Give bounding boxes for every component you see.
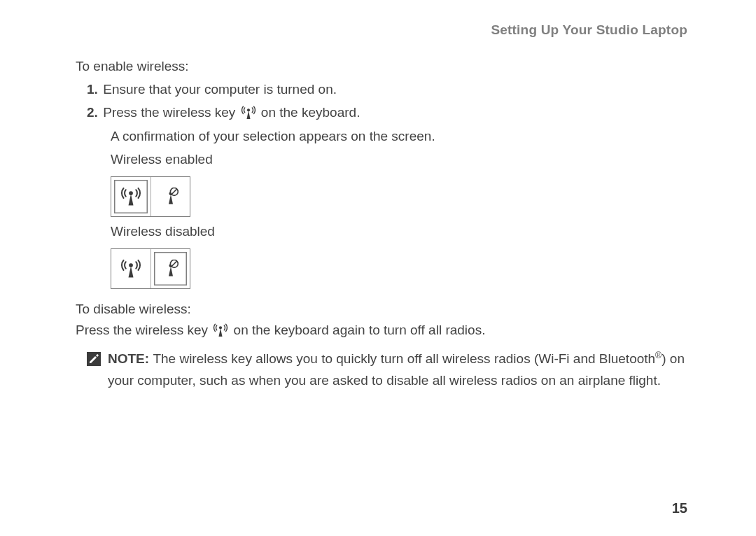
step-1: 1. Ensure that your computer is turned o… [87, 79, 687, 101]
wireless-disabled-label: Wireless disabled [111, 221, 687, 243]
wireless-key-icon [213, 323, 228, 344]
enable-intro: To enable wireless: [76, 56, 687, 78]
wireless-disabled-indicator [111, 248, 687, 289]
wireless-enabled-indicator [111, 176, 687, 217]
wireless-key-icon [241, 105, 256, 127]
note-text: NOTE: The wireless key allows you to qui… [108, 348, 687, 392]
disable-text-post: on the keyboard again to turn off all ra… [234, 323, 486, 337]
wireless-off-icon [150, 177, 190, 216]
wireless-enabled-label: Wireless enabled [111, 149, 687, 171]
enable-steps-list: 1. Ensure that your computer is turned o… [87, 79, 687, 289]
step-2: 2. Press the wireless key on the keyboar… [87, 102, 687, 289]
disable-section: To disable wireless: Press the wireless … [76, 299, 687, 345]
wireless-on-icon [111, 177, 150, 216]
disable-text-pre: Press the wireless key [76, 323, 211, 337]
note-body-pre: The wireless key allows you to quickly t… [153, 351, 655, 366]
wireless-on-icon [111, 249, 150, 288]
disable-intro: To disable wireless: [76, 299, 687, 320]
note-label: NOTE: [108, 351, 153, 366]
confirmation-text: A confirmation of your selection appears… [111, 126, 687, 148]
note-icon [87, 351, 101, 392]
section-header: Setting Up Your Studio Laptop [76, 22, 687, 38]
body-content: To enable wireless: 1. Ensure that your … [76, 56, 687, 392]
page-number: 15 [672, 500, 687, 516]
wireless-off-icon [150, 249, 190, 288]
step-text: Ensure that your computer is turned on. [103, 82, 337, 97]
step-number: 2. [87, 102, 99, 124]
step-text-pre: Press the wireless key [103, 105, 239, 120]
registered-mark: ® [655, 351, 662, 360]
step-text-post: on the keyboard. [261, 105, 360, 120]
manual-page: Setting Up Your Studio Laptop To enable … [0, 0, 756, 536]
note-block: NOTE: The wireless key allows you to qui… [87, 348, 687, 392]
disable-instruction: Press the wireless key on the keyboard a… [76, 320, 687, 344]
step-number: 1. [87, 79, 99, 101]
